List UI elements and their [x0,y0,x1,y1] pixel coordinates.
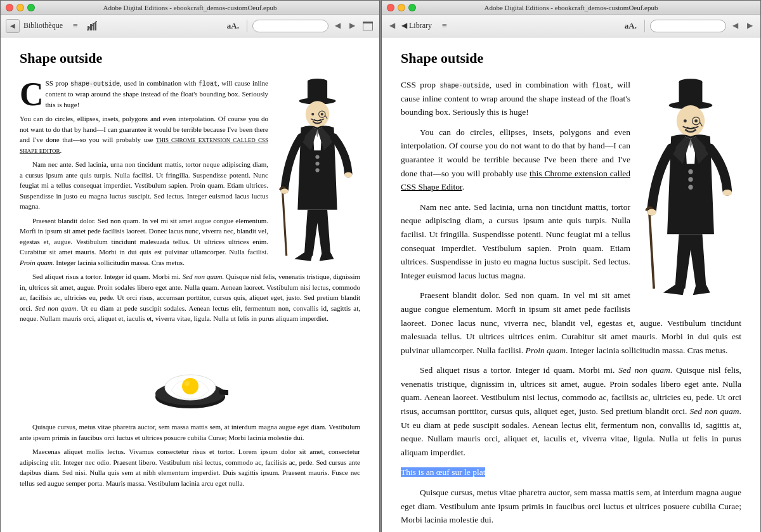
left-window-controls [6,4,35,11]
svg-point-25 [182,378,198,394]
svg-line-35 [649,211,654,289]
svg-point-16 [280,188,288,193]
left-drop-cap: C [20,81,44,108]
right-para6: Quisque cursus, metus vitae pharetra auc… [401,486,741,527]
right-title-text: Adobe Digital Editions - ebookcraft_demo… [484,4,658,11]
left-title-bar: Adobe Digital Editions - ebookcraft_demo… [1,1,379,15]
svg-point-38 [688,169,693,174]
left-minimize-button[interactable] [16,4,24,11]
right-para5: Sed aliquet risus a tortor. Integer id q… [401,363,741,459]
right-list-icon[interactable]: ≡ [438,20,451,32]
left-fullscreen-button[interactable] [361,20,374,32]
svg-point-29 [679,79,703,85]
right-minimize-button[interactable] [398,4,405,11]
svg-point-39 [688,177,693,181]
svg-point-40 [688,185,693,190]
svg-rect-28 [679,82,703,107]
right-code2: float [592,82,611,89]
left-window: Adobe Digital Editions - ebookcraft_demo… [0,0,380,532]
svg-point-32 [694,119,698,122]
left-para6: Quisque cursus, metus vitae pharetra auc… [20,422,360,443]
right-gentleman-figure [640,78,741,301]
left-page-title: Shape outside [20,50,360,67]
right-page-title: Shape outside [401,50,741,67]
svg-rect-8 [308,81,327,102]
svg-line-15 [282,190,286,256]
right-title-bar: Adobe Digital Editions - ebookcraft_demo… [382,1,760,15]
left-toolbar-sep [247,20,247,32]
left-code1: shape-outside [70,81,120,88]
right-content-area: Shape outside [382,37,760,532]
svg-point-20 [315,168,319,172]
left-library-label[interactable]: Bibliothèque [23,21,63,30]
right-back-arrow[interactable]: ◀ [387,20,398,32]
right-toolbar-sep [644,20,645,32]
right-toolbar: ◀ ◀ Library ≡ aA. ◀ ▶ [382,15,760,37]
left-font-size-control[interactable]: aA. [224,20,242,32]
right-maximize-button[interactable] [408,4,416,11]
svg-point-19 [315,162,319,165]
svg-point-12 [321,113,323,115]
right-window-controls [387,4,416,11]
svg-point-26 [185,381,190,386]
right-highlight-text: This is an œuf sur le plat [401,465,741,479]
left-gentleman-figure [275,78,360,265]
left-chrome-extension-link[interactable]: this Chrome extension called CSS Shape E… [20,137,268,154]
svg-point-31 [684,119,687,122]
right-font-size-control[interactable]: aA. [622,20,639,32]
left-list-icon[interactable]: ≡ [69,20,82,32]
left-egg-figure [152,330,228,413]
svg-point-9 [308,79,327,84]
svg-point-11 [311,113,314,115]
left-chart-icon[interactable] [86,20,98,32]
svg-point-18 [315,155,319,159]
svg-point-17 [344,172,352,177]
left-para7: Maecenas aliquet mollis lectus. Vivamus … [20,446,360,488]
right-chrome-extension-link[interactable]: this Chrome extension called CSS Shape E… [401,169,630,192]
right-book-content: CSS prop shape-outside, used in combinat… [401,78,741,532]
left-back-button[interactable]: ◀ [6,19,20,33]
left-book-content: CSS prop shape-outside, used in combinat… [20,78,360,492]
right-search-input[interactable] [650,20,726,32]
right-next-page-button[interactable]: ▶ [745,20,755,32]
left-next-page-button[interactable]: ▶ [347,20,358,32]
right-oeuf-highlight: This is an œuf sur le plat [401,467,485,477]
svg-point-36 [647,209,656,216]
left-content-area: Shape outside [1,37,379,532]
left-close-button[interactable] [6,4,13,11]
left-code2: float [198,81,218,88]
left-para5: Sed aliquet risus a tortor. Integer id q… [20,271,360,324]
left-title-text: Adobe Digital Editions - ebookcraft_demo… [103,4,276,11]
left-back-icon: ◀ [10,22,15,29]
right-library-label[interactable]: ◀ Library [401,21,432,30]
left-prev-page-button[interactable]: ◀ [332,20,343,32]
right-close-button[interactable] [387,4,394,11]
left-egg-container [20,330,360,416]
right-window: Adobe Digital Editions - ebookcraft_demo… [381,0,761,532]
left-maximize-button[interactable] [27,4,35,11]
svg-rect-6 [363,22,373,23]
left-toolbar: ◀ Bibliothèque ≡ aA. ◀ ▶ [1,15,379,37]
left-search-input[interactable] [252,20,328,32]
svg-point-37 [722,190,732,196]
right-code1: shape-outside [439,82,489,89]
right-prev-page-button[interactable]: ◀ [730,20,741,32]
